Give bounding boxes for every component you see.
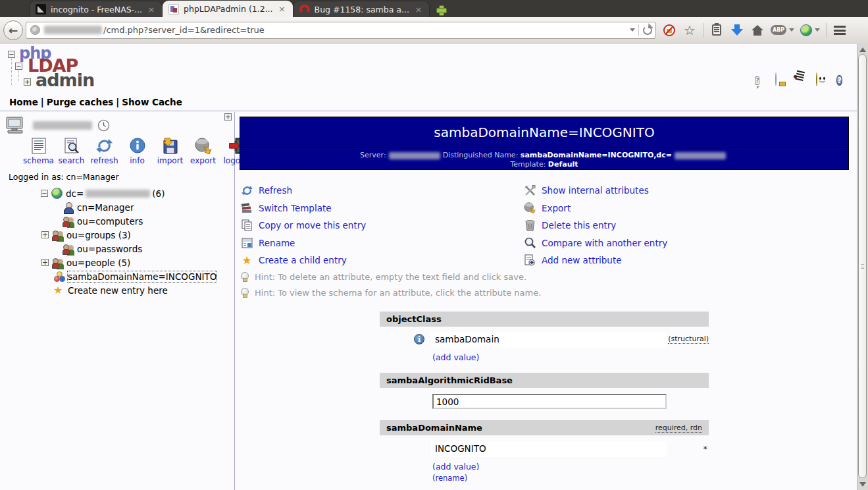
action-show-internal-attributes[interactable]: Show internal attributes <box>524 182 850 200</box>
expand-icon[interactable] <box>41 231 49 238</box>
tree-item-label-selected[interactable]: sambaDomainName=INCOGNITO <box>68 271 217 282</box>
clock-icon[interactable] <box>97 119 110 132</box>
action-label[interactable]: Show internal attributes <box>542 185 649 196</box>
action-rename[interactable]: Rename <box>241 234 524 252</box>
domainname-value[interactable]: INCOGNITO <box>431 441 667 457</box>
reload-icon[interactable] <box>642 25 653 36</box>
help-button[interactable] <box>836 73 850 86</box>
scroll-down-icon[interactable] <box>859 482 866 487</box>
url-dropdown-icon[interactable] <box>630 28 635 32</box>
action-label[interactable]: Compare with another entry <box>542 238 667 248</box>
chevron-down-icon <box>815 28 820 32</box>
star-icon <box>53 285 64 296</box>
back-button[interactable] <box>3 20 23 40</box>
page-scrollbar[interactable] <box>857 44 868 490</box>
menu-button[interactable] <box>832 23 847 38</box>
bookmark-star-button[interactable] <box>682 23 697 38</box>
tree-item-create-new-entry[interactable]: Create new entry here <box>0 283 233 297</box>
proxy-globe-button[interactable] <box>800 23 820 38</box>
attribute-name[interactable]: sambaDomainName <box>386 423 482 433</box>
donate-button[interactable] <box>816 73 829 86</box>
adblock-button[interactable]: ABP <box>771 23 794 38</box>
home-button[interactable] <box>750 23 765 38</box>
downloads-button[interactable] <box>730 23 744 38</box>
tree-item-ou-computers[interactable]: ou=computers <box>0 214 233 228</box>
tool-search[interactable]: search <box>57 137 86 165</box>
menu-show-cache-link[interactable]: Show Cache <box>122 97 182 107</box>
info-icon[interactable] <box>414 334 424 344</box>
action-add-new-attribute[interactable]: Add new attribute <box>524 252 850 269</box>
action-label[interactable]: Rename <box>259 238 295 248</box>
people-icon <box>63 243 74 254</box>
action-label[interactable]: Delete this entry <box>542 220 616 231</box>
attribute-name[interactable]: sambaAlgorithmicRidBase <box>386 375 513 385</box>
tree-item-ou-passwords[interactable]: ou=passwords <box>0 242 233 256</box>
add-value-link[interactable]: (add value) <box>432 352 479 362</box>
action-export[interactable]: Export <box>524 200 850 217</box>
tree-item-label[interactable]: ou=groups (3) <box>66 230 131 240</box>
rename-link[interactable]: (rename) <box>432 474 467 483</box>
tree-item-cn-manager[interactable]: cn=Manager <box>0 200 233 214</box>
flashblock-button[interactable] <box>662 23 677 38</box>
tool-export[interactable]: export <box>188 137 218 165</box>
expand-icon[interactable] <box>41 259 49 266</box>
tree-item-label[interactable]: Create new entry here <box>68 285 168 296</box>
tree-item-base-dn[interactable]: dc= (6) <box>0 186 233 200</box>
tool-refresh[interactable]: refresh <box>89 137 119 165</box>
tree-item-ou-groups[interactable]: ou=groups (3) <box>0 228 233 242</box>
content-panes: schema search refresh <box>0 112 857 490</box>
tree-item-label[interactable]: ou=computers <box>77 216 143 227</box>
url-text[interactable]: /cmd.php?server_id=1&redirect=true <box>103 25 630 35</box>
menu-purge-caches-link[interactable]: Purge caches <box>47 97 114 107</box>
scroll-up-icon[interactable] <box>859 47 866 52</box>
attribute-name[interactable]: objectClass <box>386 314 442 324</box>
tab-close-icon[interactable] <box>278 4 287 14</box>
browser-tab-bar: incognito - FreeNAS-... phpLDAPadmin (1.… <box>0 0 868 17</box>
redacted-server-name <box>33 121 92 130</box>
tab-close-icon[interactable] <box>147 5 156 14</box>
action-delete-entry[interactable]: Delete this entry <box>524 217 850 234</box>
new-tab-button[interactable] <box>432 3 449 17</box>
entry-pane: sambaDomainName=INCOGNITO Server:Disting… <box>236 112 857 490</box>
action-label[interactable]: Copy or move this entry <box>259 220 366 231</box>
tool-import[interactable]: import <box>155 137 185 165</box>
menu-home-link[interactable]: Home <box>9 97 38 107</box>
ridbase-input[interactable] <box>432 394 667 409</box>
tree-item-ou-people[interactable]: ou=people (5) <box>0 256 233 269</box>
add-value-link[interactable]: (add value) <box>432 462 479 472</box>
tool-schema[interactable]: schema <box>24 137 53 165</box>
tree-item-label[interactable]: ou=people (5) <box>66 258 130 268</box>
menu-icon <box>834 26 846 35</box>
action-label[interactable]: Export <box>542 203 571 213</box>
action-label[interactable]: Add new attribute <box>542 255 622 265</box>
report-bug-button[interactable] <box>796 73 809 86</box>
browser-tab-bug[interactable]: Bug #1158: samba a... <box>293 1 430 17</box>
url-bar[interactable]: /cmd.php?server_id=1&redirect=true <box>26 22 656 39</box>
objectclass-value[interactable]: sambaDomain <box>431 332 667 348</box>
browser-tab-freenas[interactable]: incognito - FreeNAS-... <box>29 1 163 17</box>
action-label[interactable]: Refresh <box>259 185 292 196</box>
help-bubble-button[interactable] <box>755 73 768 86</box>
info-icon <box>129 137 146 154</box>
action-create-child[interactable]: ★ Create a child entry <box>241 252 524 269</box>
action-copy-move[interactable]: Copy or move this entry <box>241 217 524 234</box>
site-identity-globe-icon[interactable] <box>30 25 40 35</box>
tool-info[interactable]: info <box>122 137 152 165</box>
tree-item-samba-domain[interactable]: sambaDomainName=INCOGNITO <box>0 269 233 283</box>
action-label[interactable]: Create a child entry <box>259 255 347 265</box>
browser-tab-phpldapadmin[interactable]: phpLDAPadmin (1.2... <box>163 1 293 17</box>
feature-request-button[interactable] <box>775 73 788 86</box>
tab-close-icon[interactable] <box>414 5 423 14</box>
collapse-icon[interactable] <box>41 190 48 197</box>
scrollbar-thumb[interactable] <box>858 54 867 478</box>
action-switch-template[interactable]: Switch Template <box>241 200 524 217</box>
entry-header: sambaDomainName=INCOGNITO Server:Disting… <box>240 117 849 170</box>
tree-item-label[interactable]: ou=passwords <box>77 244 142 254</box>
action-label[interactable]: Switch Template <box>259 203 332 213</box>
maximize-tree-icon[interactable] <box>224 113 232 121</box>
action-refresh[interactable]: Refresh <box>241 182 524 200</box>
tree-item-label[interactable]: dc= <box>66 188 84 199</box>
tree-item-label[interactable]: cn=Manager <box>77 202 134 213</box>
bookmarks-menu-button[interactable] <box>709 23 724 38</box>
action-compare-entry[interactable]: Compare with another entry <box>524 234 850 252</box>
